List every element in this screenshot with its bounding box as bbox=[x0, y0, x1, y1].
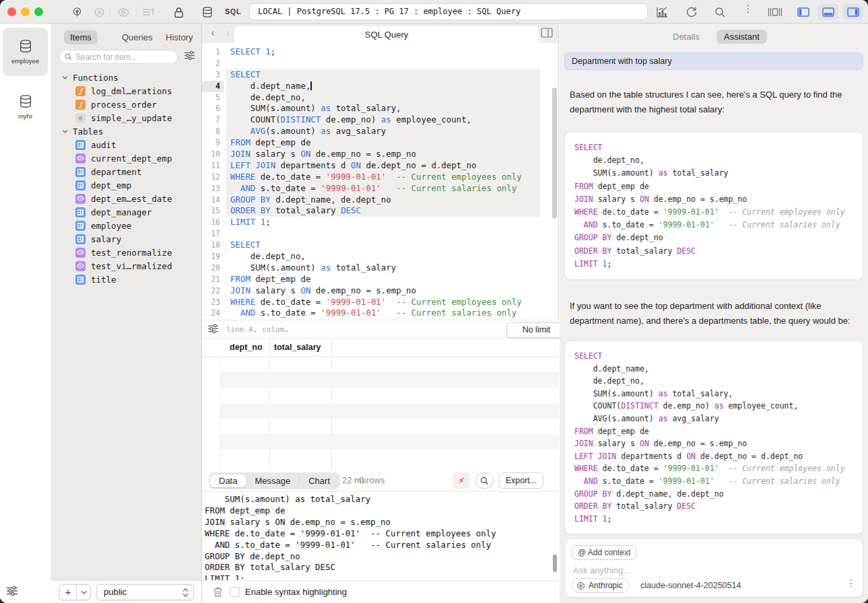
tab-data[interactable]: Data bbox=[210, 474, 246, 487]
grid-row-empty[interactable] bbox=[202, 388, 559, 403]
code-line[interactable]: de.dept_no, bbox=[230, 251, 522, 262]
tree-item-dept_manager[interactable]: dept_manager bbox=[51, 205, 202, 219]
code-line[interactable]: SELECT bbox=[230, 240, 522, 251]
filter-sliders-icon[interactable] bbox=[184, 50, 195, 61]
connection-myhr[interactable]: myhr bbox=[3, 83, 48, 131]
grid-row-empty[interactable] bbox=[202, 419, 559, 434]
more-options-kebab-icon[interactable]: ⋮ bbox=[741, 5, 756, 20]
pin-result-button[interactable] bbox=[453, 472, 470, 489]
column-header-total-salary[interactable]: total_salary bbox=[274, 343, 321, 352]
tree-item-audit[interactable]: audit bbox=[51, 138, 202, 151]
lock-icon[interactable] bbox=[171, 5, 186, 20]
tab-message[interactable]: Message bbox=[246, 474, 299, 487]
composer-kebab-icon[interactable]: ⋮ bbox=[846, 579, 856, 586]
column-header-dept-no[interactable]: dept_no bbox=[230, 343, 263, 352]
tree-item-process_order[interactable]: ƒprocess_order bbox=[51, 98, 202, 111]
ask-anything-input[interactable] bbox=[573, 565, 775, 575]
tree-item-test_virmalized[interactable]: test_vi…rmalized bbox=[51, 259, 202, 273]
code-line[interactable]: AND s.to_date = '9999-01-01' -- Current … bbox=[230, 308, 522, 319]
connection-employee[interactable]: employee bbox=[3, 28, 48, 76]
search-toolbar-icon[interactable] bbox=[712, 5, 727, 20]
code-line[interactable]: GROUP BY d.dept_name, de.dept_no bbox=[230, 194, 522, 206]
toggle-left-sidebar-button[interactable] bbox=[793, 4, 813, 20]
split-view-icon[interactable] bbox=[541, 28, 553, 38]
tree-item-current_dept_emp[interactable]: current_dept_emp bbox=[51, 151, 202, 165]
code-line[interactable]: SUM(s.amount) as total_salary, bbox=[230, 103, 522, 114]
code-line[interactable]: FROM dept_emp de bbox=[230, 137, 522, 149]
search-results-button[interactable] bbox=[475, 472, 494, 489]
code-line[interactable]: ORDER BY total_salary DESC bbox=[230, 205, 522, 217]
close-window-button[interactable] bbox=[7, 7, 16, 16]
tab-sql-query[interactable]: SQL Query bbox=[234, 26, 539, 43]
code-line[interactable]: SUM(s.amount) as total_salary bbox=[230, 262, 522, 274]
code-line[interactable]: LIMIT 1; bbox=[230, 217, 522, 228]
export-button[interactable]: Export... bbox=[499, 472, 543, 489]
code-line[interactable]: LEFT JOIN departments d ON de.dept_no = … bbox=[230, 160, 522, 172]
tree-item-dept_emest_date[interactable]: dept_em…est_date bbox=[51, 192, 202, 205]
grid-row-empty[interactable] bbox=[220, 403, 559, 419]
tab-chart[interactable]: Chart bbox=[300, 474, 339, 487]
grid-row-empty[interactable] bbox=[202, 450, 559, 465]
commit-list-icon[interactable] bbox=[141, 5, 156, 20]
toggle-bottom-panel-button[interactable] bbox=[817, 4, 838, 20]
disconnect-icon[interactable] bbox=[92, 5, 106, 20]
editor-settings-sliders-icon[interactable] bbox=[207, 324, 219, 334]
results-grid[interactable]: dept_no total_salary bbox=[202, 339, 559, 470]
grid-row-empty[interactable] bbox=[202, 357, 559, 372]
schema-select[interactable]: public bbox=[96, 584, 194, 600]
center-layout-icon[interactable] bbox=[768, 5, 782, 20]
sidebar-search[interactable] bbox=[59, 50, 178, 64]
code-line[interactable]: SELECT bbox=[230, 69, 522, 81]
code-line[interactable] bbox=[230, 228, 522, 240]
tab-items[interactable]: Items bbox=[64, 30, 98, 44]
tree-item-department[interactable]: department bbox=[51, 165, 202, 178]
tab-history[interactable]: History bbox=[160, 30, 199, 44]
message-scrollbar[interactable] bbox=[553, 555, 557, 572]
tree-item-dept_emp[interactable]: dept_emp bbox=[51, 178, 202, 192]
database-icon[interactable] bbox=[200, 5, 215, 20]
tree-item-title[interactable]: title bbox=[51, 273, 202, 286]
tree-item-employee[interactable]: employee bbox=[51, 219, 202, 232]
add-item-button[interactable]: + bbox=[59, 584, 91, 600]
tree-section-functions[interactable]: Functions bbox=[51, 71, 202, 84]
plus-icon[interactable]: + bbox=[60, 585, 77, 600]
editor-scrollbar[interactable] bbox=[552, 87, 557, 219]
code-line[interactable]: JOIN salary s ON de.emp_no = s.emp_no bbox=[230, 149, 522, 160]
code-line[interactable]: AND s.to_date = '9999-01-01' -- Current … bbox=[230, 183, 522, 194]
tree-item-log_dmlerations[interactable]: ƒlog_dml…erations bbox=[51, 84, 202, 98]
model-name-label[interactable]: claude-sonnet-4-20250514 bbox=[640, 581, 741, 590]
sql-editor[interactable]: 123456789101112131415161718192021222324 … bbox=[202, 43, 559, 320]
provider-selector[interactable]: Anthropic bbox=[572, 578, 630, 593]
search-input[interactable] bbox=[75, 52, 170, 62]
tree-item-test_renormalize[interactable]: test_renormalize bbox=[51, 246, 202, 259]
code-line[interactable]: WHERE de.to_date = '9999-01-01' -- Curre… bbox=[230, 172, 522, 183]
code-line[interactable]: WHERE de.to_date = '9999-01-01' -- Curre… bbox=[230, 297, 522, 308]
tree-section-tables[interactable]: Tables bbox=[51, 125, 202, 138]
zoom-window-button[interactable] bbox=[34, 7, 43, 16]
minimize-window-button[interactable] bbox=[21, 7, 30, 16]
tree-item-simple_y_update[interactable]: ⚙simple_…y_update bbox=[51, 111, 202, 125]
code-line[interactable]: d.dept_name, bbox=[230, 81, 522, 92]
tab-assistant[interactable]: Assistant bbox=[716, 30, 767, 44]
code-line[interactable]: COUNT(DISTINCT de.emp_no) as employee_co… bbox=[230, 114, 522, 126]
tab-queries[interactable]: Queries bbox=[116, 30, 159, 44]
add-context-chip[interactable]: @ Add context bbox=[572, 545, 636, 560]
chart-toolbar-icon[interactable] bbox=[655, 5, 669, 20]
code-line[interactable]: FROM dept_emp de bbox=[230, 274, 522, 285]
preview-eye-icon[interactable] bbox=[116, 5, 131, 20]
add-item-dropdown[interactable] bbox=[77, 585, 90, 600]
forward-button[interactable]: › bbox=[220, 25, 236, 41]
toggle-right-panel-button[interactable] bbox=[842, 4, 863, 20]
refresh-icon[interactable] bbox=[684, 5, 699, 20]
back-button[interactable]: ‹ bbox=[205, 25, 221, 41]
grid-row-empty[interactable] bbox=[220, 434, 559, 450]
syntax-highlighting-checkbox[interactable] bbox=[230, 587, 240, 597]
connection-status-icon[interactable] bbox=[69, 5, 84, 20]
grid-row-empty[interactable] bbox=[220, 372, 559, 388]
code-line[interactable]: JOIN salary s ON de.emp_no = s.emp_no bbox=[230, 285, 522, 297]
settings-sliders-icon[interactable] bbox=[6, 586, 18, 596]
code-line[interactable] bbox=[230, 58, 522, 69]
tab-details[interactable]: Details bbox=[673, 32, 700, 42]
trash-icon[interactable] bbox=[213, 586, 223, 598]
sql-mode-badge[interactable]: SQL bbox=[225, 7, 241, 15]
